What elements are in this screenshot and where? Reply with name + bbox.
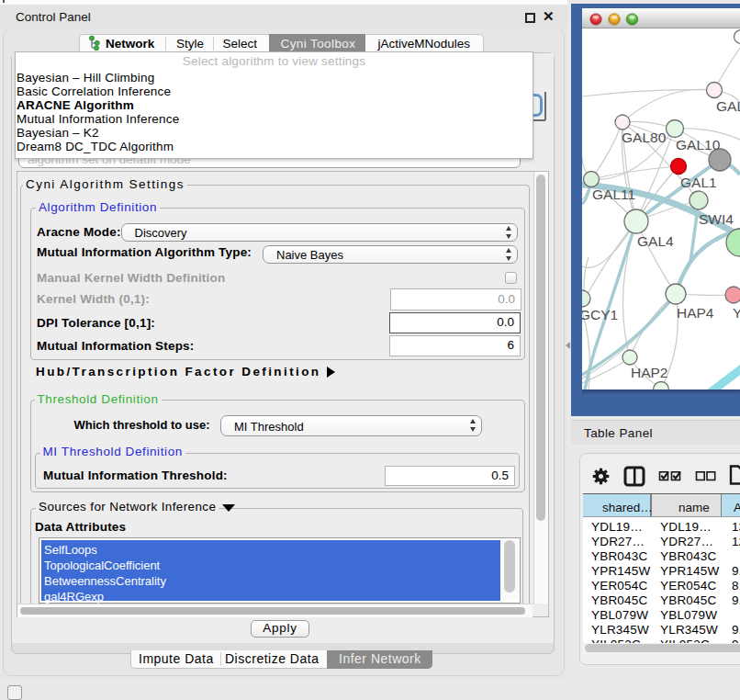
svg-text:GAL1: GAL1 xyxy=(680,175,717,190)
svg-text:GAL4: GAL4 xyxy=(637,233,674,249)
svg-text:GAL80: GAL80 xyxy=(622,130,667,145)
svg-text:Y: Y xyxy=(733,305,740,321)
svg-text:GAL10: GAL10 xyxy=(676,137,721,152)
svg-text:GAL11: GAL11 xyxy=(592,186,635,202)
svg-text:GAL7: GAL7 xyxy=(716,98,740,114)
svg-text:HAP2: HAP2 xyxy=(631,365,668,380)
svg-text:HAP4: HAP4 xyxy=(677,305,714,321)
svg-text:GCY1: GCY1 xyxy=(582,307,618,322)
svg-text:SWI4: SWI4 xyxy=(699,211,734,227)
